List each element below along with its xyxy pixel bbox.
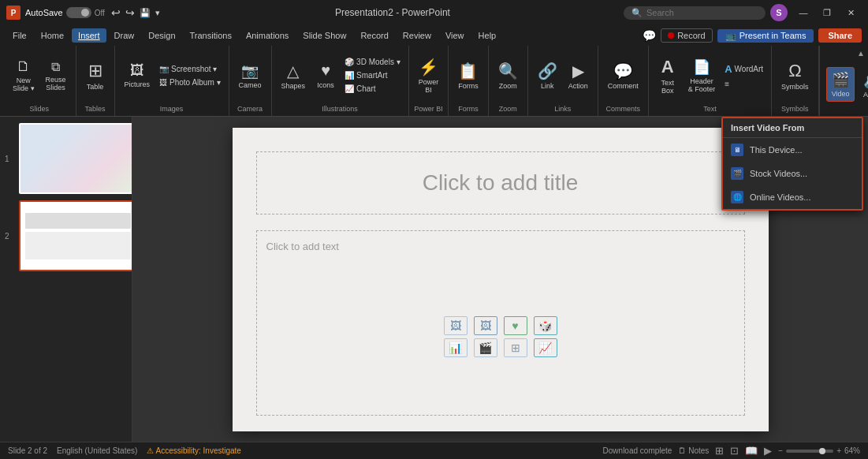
- online-videos-item[interactable]: 🌐 Online Videos...: [723, 185, 862, 209]
- screenshot-button[interactable]: 📷 Screenshot ▾: [156, 63, 223, 75]
- menu-home[interactable]: Home: [35, 28, 70, 43]
- camera-group-label: Camera: [237, 102, 263, 113]
- redo-button[interactable]: ↪: [124, 5, 136, 21]
- slideshow-view-button[interactable]: ▶: [764, 445, 772, 457]
- search-box[interactable]: 🔍: [624, 6, 766, 20]
- slide-1-thumbnail[interactable]: [19, 123, 132, 194]
- forms-icon: 📋: [458, 62, 478, 80]
- record-label: Record: [677, 31, 705, 40]
- menu-file[interactable]: File: [6, 28, 33, 43]
- autosave-toggle[interactable]: [66, 7, 91, 18]
- slide-1-design: [20, 125, 132, 192]
- menu-design[interactable]: Design: [142, 28, 181, 43]
- content-placeholder[interactable]: Click to add text 🖼 🖼 ♥ 🎲 📊 🎬 ⊞ 📈: [256, 230, 745, 416]
- insert-table-icon[interactable]: ⊞: [504, 338, 527, 357]
- new-slide-label: NewSlide ▾: [13, 76, 35, 92]
- menu-slideshow[interactable]: Slide Show: [296, 28, 352, 43]
- insert-online-picture-icon[interactable]: 🖼: [474, 316, 497, 335]
- reuse-slides-button[interactable]: ⧉ ReuseSlides: [41, 57, 71, 95]
- insert-picture-icon[interactable]: 🖼: [444, 316, 468, 335]
- present-button[interactable]: 📺 Present in Teams: [717, 29, 814, 43]
- menu-review[interactable]: Review: [397, 28, 438, 43]
- ribbon-collapse-button[interactable]: ▲: [857, 49, 865, 58]
- menu-help[interactable]: Help: [472, 28, 503, 43]
- insert-chart-icon[interactable]: 📈: [534, 338, 557, 357]
- text-more-button[interactable]: ≡: [721, 78, 766, 90]
- screenshot-icon: 📷: [159, 65, 169, 73]
- maximize-button[interactable]: ❐: [816, 5, 838, 21]
- accessibility-label[interactable]: ⚠ Accessibility: Investigate: [147, 446, 241, 455]
- cameo-button[interactable]: 📷 Cameo: [234, 59, 266, 92]
- zoom-in-button[interactable]: +: [836, 446, 841, 455]
- powerbi-button[interactable]: ⚡ PowerBI: [414, 54, 444, 97]
- search-input[interactable]: [646, 8, 749, 17]
- table-button[interactable]: ⊞ Table: [81, 58, 110, 94]
- 3d-models-button[interactable]: 🎲 3D Models ▾: [341, 56, 404, 68]
- symbols-items: Ω Symbols: [777, 49, 814, 102]
- insert-video-icon[interactable]: 🎬: [474, 338, 497, 357]
- status-right: Download complete 🗒 Notes ⊞ ⊡ 📖 ▶ − + 64…: [603, 445, 860, 457]
- zoom-level[interactable]: 64%: [844, 446, 860, 455]
- illustrations-group-label: Illustrations: [322, 102, 358, 113]
- user-avatar[interactable]: S: [770, 4, 788, 21]
- stock-videos-item[interactable]: 🎬 Stock Videos...: [723, 162, 862, 185]
- wordart-button[interactable]: A WordArt: [721, 62, 766, 76]
- zoom-slider[interactable]: [786, 450, 833, 453]
- insert-3d-icon[interactable]: 🎲: [534, 316, 557, 335]
- record-button[interactable]: Record: [661, 28, 712, 43]
- slides-items: 🗋 NewSlide ▾ ⧉ ReuseSlides: [8, 49, 71, 102]
- minimize-button[interactable]: —: [792, 5, 814, 21]
- slide-2-content-area: [25, 232, 131, 259]
- new-slide-button[interactable]: 🗋 NewSlide ▾: [8, 55, 39, 95]
- comments-icon[interactable]: 💬: [643, 29, 656, 42]
- zoom-out-button[interactable]: −: [778, 446, 783, 455]
- menu-animations[interactable]: Animations: [240, 28, 295, 43]
- search-icon: 🔍: [631, 8, 643, 18]
- menu-transitions[interactable]: Transitions: [184, 28, 238, 43]
- title-placeholder[interactable]: Click to add title: [256, 151, 745, 215]
- ribbon-group-images: 🖼 Pictures 📷 Screenshot ▾ 🖼 Photo Album …: [115, 46, 229, 116]
- save-button[interactable]: 💾: [138, 6, 152, 20]
- link-button[interactable]: 🔗 Link: [533, 58, 562, 93]
- header-footer-button[interactable]: 📄 Header& Footer: [684, 55, 721, 96]
- action-button[interactable]: ▶ Action: [564, 58, 593, 93]
- zoom-button[interactable]: 🔍 Zoom: [494, 58, 523, 93]
- customize-button[interactable]: ▾: [154, 6, 162, 20]
- shapes-button[interactable]: △ Shapes: [277, 58, 311, 93]
- textbox-button[interactable]: A TextBox: [654, 54, 682, 98]
- comment-button[interactable]: 💬 Comment: [603, 58, 643, 93]
- menu-view[interactable]: View: [439, 28, 471, 43]
- icons-button[interactable]: ♥ Icons: [311, 58, 340, 92]
- camera-items: 📷 Cameo: [234, 49, 266, 102]
- chart-button[interactable]: 📈 Chart: [341, 83, 404, 95]
- normal-view-button[interactable]: ⊞: [715, 445, 724, 457]
- smartart-button[interactable]: 📊 SmartArt: [341, 69, 404, 81]
- forms-button[interactable]: 📋 Forms: [453, 58, 483, 93]
- slide-canvas[interactable]: Click to add title Click to add text 🖼 🖼…: [233, 128, 769, 431]
- menu-draw[interactable]: Draw: [108, 28, 141, 43]
- textbox-label: TextBox: [661, 79, 674, 95]
- close-button[interactable]: ✕: [840, 5, 862, 21]
- cameo-label: Cameo: [239, 81, 262, 89]
- slide-sorter-button[interactable]: ⊡: [730, 445, 739, 457]
- undo-button[interactable]: ↩: [110, 5, 122, 21]
- insert-smartart-icon[interactable]: 📊: [444, 338, 468, 357]
- pictures-button[interactable]: 🖼 Pictures: [120, 59, 155, 91]
- smartart-icon: 📊: [345, 71, 354, 80]
- status-bar: Slide 2 of 2 English (United States) ⚠ A…: [0, 442, 868, 459]
- this-device-label: This Device...: [750, 145, 803, 155]
- notes-button[interactable]: 🗒 Notes: [678, 446, 709, 455]
- symbols-button[interactable]: Ω Symbols: [777, 58, 814, 94]
- slide-2-thumbnail[interactable]: [19, 200, 132, 271]
- text-items: A TextBox 📄 Header& Footer A WordArt ≡: [654, 49, 766, 102]
- insert-icons-icon[interactable]: ♥: [504, 316, 527, 335]
- video-button[interactable]: 🎬 Video: [826, 67, 855, 102]
- stock-videos-icon: 🎬: [731, 167, 743, 180]
- this-device-item[interactable]: 🖥 This Device...: [723, 138, 862, 162]
- menu-insert[interactable]: Insert: [72, 28, 106, 43]
- share-button[interactable]: Share: [818, 28, 862, 43]
- reading-view-button[interactable]: 📖: [745, 445, 758, 457]
- menu-record[interactable]: Record: [354, 28, 394, 43]
- photo-album-button[interactable]: 🖼 Photo Album ▾: [156, 76, 223, 88]
- audio-button[interactable]: 🔊 Audio: [858, 69, 868, 102]
